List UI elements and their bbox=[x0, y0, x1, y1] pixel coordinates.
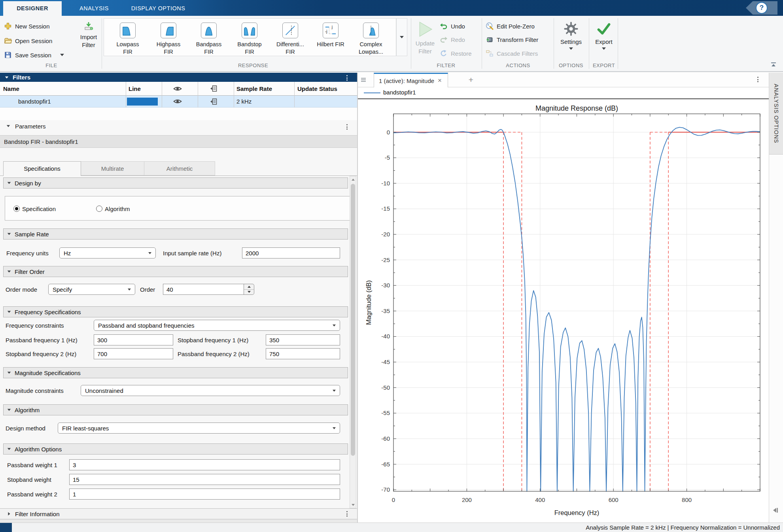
response-bandpass-fir[interactable]: BandpassFIR bbox=[190, 19, 228, 57]
export-button[interactable]: Export bbox=[592, 21, 616, 50]
order-spin-up[interactable] bbox=[244, 284, 254, 290]
close-tab-icon[interactable]: × bbox=[438, 77, 442, 85]
algorithm-options-section-header[interactable]: Algorithm Options bbox=[3, 443, 348, 455]
frequency-specifications-section-header[interactable]: Frequency Specifications bbox=[3, 306, 348, 317]
design-method-dropdown[interactable]: FIR least-squares bbox=[58, 423, 340, 434]
response-complex-lowpass-fir[interactable]: ComplexLowpas... bbox=[352, 19, 390, 57]
specification-radio[interactable] bbox=[13, 206, 20, 212]
stopband-weight-field[interactable] bbox=[69, 474, 340, 485]
import-filter-button[interactable]: Import Filter bbox=[76, 21, 101, 49]
gallery-label: Lowpas... bbox=[352, 48, 390, 56]
scroll-down-button[interactable] bbox=[350, 502, 356, 508]
tab-specifications[interactable]: Specifications bbox=[3, 161, 81, 176]
visibility-eye-icon[interactable] bbox=[173, 96, 182, 107]
collapse-toolstrip-button[interactable] bbox=[770, 61, 779, 70]
gallery-label: Highpass bbox=[149, 41, 187, 48]
save-session-dropdown-icon[interactable] bbox=[60, 54, 64, 56]
frequency-units-dropdown[interactable]: Hz bbox=[59, 247, 156, 258]
response-lowpass-fir[interactable]: LowpassFIR bbox=[109, 19, 147, 57]
magnitude-response-plot[interactable]: 02004006008000-5-10-15-20-25-30-35-40-45… bbox=[358, 99, 769, 523]
gallery-label: Differenti... bbox=[271, 41, 309, 48]
design-by-title: Design by bbox=[15, 180, 41, 187]
passband-weight-2-field[interactable] bbox=[69, 489, 340, 500]
scrollbar-thumb[interactable] bbox=[351, 184, 355, 456]
passband-frequency-2-field[interactable] bbox=[266, 348, 340, 359]
order-mode-dropdown[interactable]: Specify bbox=[48, 284, 135, 295]
tab-analysis[interactable]: ANALYSIS bbox=[62, 1, 127, 16]
tab-arithmetic[interactable]: Arithmetic bbox=[144, 161, 215, 175]
filter-information-menu-icon[interactable] bbox=[345, 509, 349, 518]
line-color-swatch[interactable] bbox=[127, 98, 158, 106]
stopband-frequency-1-field[interactable] bbox=[266, 334, 340, 345]
algorithm-radio[interactable] bbox=[96, 206, 102, 212]
gallery-label: FIR bbox=[231, 48, 269, 56]
filters-parameters-panel: Filters Name Line Sample Rate Update Sta… bbox=[0, 73, 358, 523]
tab-multirate[interactable]: Multirate bbox=[81, 161, 144, 175]
plot-tab-bar: 1 (active): Magnitude × + bbox=[358, 73, 769, 87]
response-differentiator-fir[interactable]: Differenti...FIR bbox=[271, 19, 309, 57]
sample-rate-section-header[interactable]: Sample Rate bbox=[3, 228, 348, 240]
gallery-expand-button[interactable] bbox=[396, 18, 407, 56]
magnitude-plot-tab[interactable]: 1 (active): Magnitude × bbox=[374, 73, 448, 87]
magnitude-specifications-section-header[interactable]: Magnitude Specifications bbox=[3, 367, 348, 378]
magnitude-constraints-dropdown[interactable]: Unconstrained bbox=[81, 385, 340, 396]
collapse-right-panel-icon[interactable] bbox=[772, 507, 779, 515]
response-section-label: RESPONSE bbox=[221, 62, 285, 70]
response-hilbert-fir[interactable]: j-j Hilbert FIR bbox=[312, 19, 350, 57]
svg-text:-5: -5 bbox=[385, 154, 390, 161]
new-session-button[interactable]: New Session bbox=[4, 21, 50, 32]
algorithm-section-header[interactable]: Algorithm bbox=[3, 404, 348, 415]
help-button[interactable]: ? bbox=[746, 1, 777, 15]
filter-order-section-header[interactable]: Filter Order bbox=[3, 266, 348, 277]
cascade-filters-label: Cascade Filters bbox=[497, 50, 538, 57]
filters-panel-header[interactable]: Filters bbox=[0, 73, 357, 82]
filters-menu-icon[interactable] bbox=[345, 74, 349, 82]
analysis-options-tab[interactable]: ANALYSIS OPTIONS bbox=[769, 73, 783, 155]
settings-button[interactable]: Settings bbox=[557, 21, 585, 50]
open-session-button[interactable]: Open Session bbox=[4, 35, 52, 46]
cascade-filters-button[interactable]: Cascade Filters bbox=[486, 48, 538, 59]
design-by-section-header[interactable]: Design by bbox=[3, 177, 348, 189]
transform-filter-icon bbox=[486, 36, 494, 43]
tab-display-options[interactable]: DISPLAY OPTIONS bbox=[127, 1, 190, 16]
parameters-scrollbar[interactable] bbox=[350, 176, 356, 508]
parameters-header[interactable]: Parameters bbox=[0, 120, 357, 132]
stopband-frequency-2-field[interactable] bbox=[94, 348, 173, 359]
hilbert-fir-icon: j-j bbox=[323, 23, 339, 38]
restore-button[interactable]: Restore bbox=[440, 48, 472, 59]
plot-menu-icon[interactable] bbox=[756, 75, 760, 84]
filter-info-note-icon[interactable] bbox=[210, 96, 217, 107]
svg-text:-50: -50 bbox=[381, 384, 390, 391]
undo-button[interactable]: Undo bbox=[440, 21, 465, 32]
edit-pole-zero-label: Edit Pole-Zero bbox=[497, 23, 535, 30]
redo-button[interactable]: Redo bbox=[440, 34, 465, 45]
update-filter-button[interactable]: Update Filter bbox=[413, 21, 437, 55]
parameters-menu-icon[interactable] bbox=[345, 123, 349, 131]
edit-pole-zero-button[interactable]: ×○ Edit Pole-Zero bbox=[486, 21, 535, 32]
response-highpass-fir[interactable]: HighpassFIR bbox=[149, 19, 187, 57]
scroll-up-button[interactable] bbox=[350, 176, 356, 183]
svg-text:-70: -70 bbox=[381, 486, 390, 493]
panel-drag-handle-icon[interactable] bbox=[361, 78, 366, 83]
filter-information-header[interactable]: Filter Information bbox=[0, 508, 357, 519]
passband-weight-1-label: Passband weight 1 bbox=[7, 459, 57, 470]
frequency-constraints-dropdown[interactable]: Passband and stopband frequencies bbox=[94, 320, 340, 331]
gallery-label: Lowpass bbox=[109, 41, 147, 48]
order-field[interactable] bbox=[163, 284, 244, 295]
transform-filter-button[interactable]: Transform Filter bbox=[486, 34, 538, 45]
magnitude-specifications-title: Magnitude Specifications bbox=[15, 370, 81, 376]
input-sample-rate-field[interactable] bbox=[242, 247, 340, 258]
svg-text:Frequency (Hz): Frequency (Hz) bbox=[554, 509, 600, 516]
gallery-label: Hilbert FIR bbox=[312, 41, 350, 48]
add-plot-tab-button[interactable]: + bbox=[465, 74, 477, 85]
passband-frequency-1-field[interactable] bbox=[94, 334, 173, 345]
passband-weight-1-field[interactable] bbox=[69, 459, 340, 470]
lowpass-fir-icon bbox=[120, 23, 136, 38]
response-bandstop-fir[interactable]: BandstopFIR bbox=[231, 19, 269, 57]
tab-designer[interactable]: DESIGNER bbox=[3, 1, 62, 16]
update-filter-label-1: Update bbox=[413, 40, 437, 47]
gallery-label: FIR bbox=[190, 48, 228, 56]
save-session-button[interactable]: Save Session bbox=[4, 49, 64, 60]
order-spin-down[interactable] bbox=[244, 290, 254, 295]
filter-row-bandstopfir1[interactable]: bandstopfir1 2 kHz bbox=[0, 96, 357, 108]
